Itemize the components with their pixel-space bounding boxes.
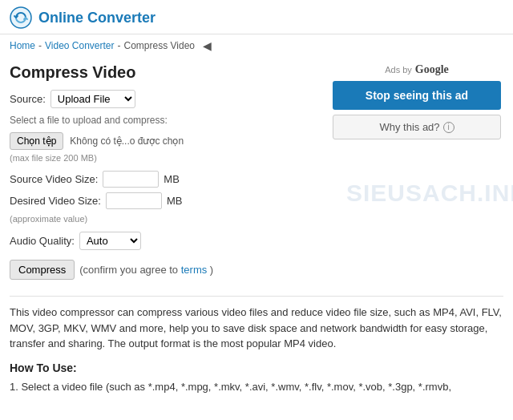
terms-link[interactable]: terms — [181, 264, 208, 276]
desired-size-input[interactable] — [106, 192, 162, 209]
audio-quality-select[interactable]: Auto High Medium Low — [79, 232, 141, 250]
source-label: Source: — [10, 93, 46, 105]
desired-size-label: Desired Video Size: — [10, 195, 101, 207]
source-size-label: Source Video Size: — [10, 173, 98, 185]
how-to-title: How To Use: — [10, 361, 503, 374]
watermark-area: SIEUSACH.INFO — [330, 147, 503, 228]
info-icon: i — [443, 122, 454, 133]
main-layout: Compress Video Source: Upload File URL D… — [0, 57, 513, 296]
file-chooser-row: Chọn tệp Không có tệ...o được chọn — [10, 132, 311, 150]
watermark-text: SIEUSACH.INFO — [346, 180, 513, 207]
logo-icon — [10, 6, 32, 29]
file-name-display: Không có tệ...o được chọn — [70, 135, 184, 147]
upload-note: Select a file to upload and compress: — [10, 115, 311, 126]
header-title: Online Converter — [38, 10, 156, 26]
source-select[interactable]: Upload File URL Dropbox Google Drive — [50, 90, 135, 108]
compress-row: Compress (confirm you agree to terms ) — [10, 260, 311, 280]
audio-quality-label: Audio Quality: — [10, 235, 75, 247]
svg-point-0 — [10, 7, 31, 28]
max-size-note: (max file size 200 MB) — [10, 153, 311, 163]
breadcrumb-home[interactable]: Home — [10, 40, 35, 51]
approx-note: (approximate value) — [10, 214, 311, 224]
confirm-text: (confirm you agree to terms ) — [79, 264, 213, 276]
header: Online Converter — [0, 0, 513, 34]
source-size-row: Source Video Size: MB — [10, 171, 311, 188]
description-text: This video compressor can compress vario… — [10, 305, 503, 352]
ads-by-google: Ads by Google — [385, 63, 449, 76]
why-this-ad-button[interactable]: Why this ad? i — [333, 115, 501, 139]
compress-button[interactable]: Compress — [10, 260, 75, 280]
logo-area: Online Converter — [10, 6, 156, 29]
breadcrumb: Home - Video Converter - Compress Video … — [0, 34, 513, 57]
breadcrumb-video-converter[interactable]: Video Converter — [45, 40, 115, 51]
audio-quality-row: Audio Quality: Auto High Medium Low — [10, 232, 311, 250]
choose-file-button[interactable]: Chọn tệp — [10, 132, 63, 150]
desired-size-row: Desired Video Size: MB — [10, 192, 311, 209]
source-size-input[interactable] — [103, 171, 159, 188]
source-row: Source: Upload File URL Dropbox Google D… — [10, 90, 311, 108]
page-title: Compress Video — [10, 63, 311, 82]
description-section: This video compressor can compress vario… — [10, 296, 503, 394]
desired-size-unit: MB — [167, 195, 183, 207]
google-label: Google — [415, 63, 449, 76]
how-to-step1: 1. Select a video file (such as *.mp4, *… — [10, 379, 503, 395]
breadcrumb-current: Compress Video — [124, 40, 196, 51]
source-size-unit: MB — [164, 173, 180, 185]
left-content: Compress Video Source: Upload File URL D… — [0, 57, 321, 296]
right-ad-panel: Ads by Google Stop seeing this ad Why th… — [321, 57, 513, 296]
back-button[interactable]: ◀ — [203, 39, 212, 52]
stop-seeing-ad-button[interactable]: Stop seeing this ad — [333, 81, 501, 110]
